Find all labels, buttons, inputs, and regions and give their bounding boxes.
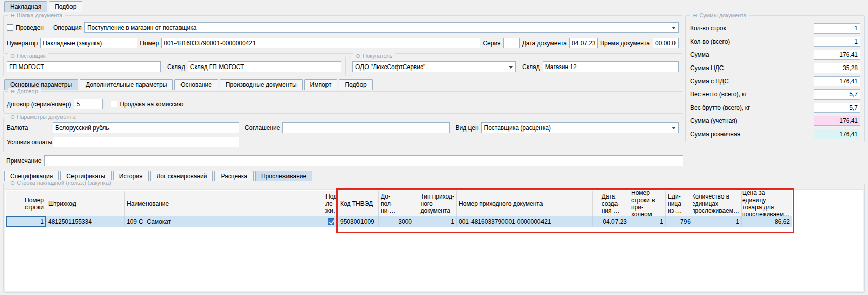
- sum-label: Кол-во (всего): [690, 38, 730, 45]
- tab-nakladnaya[interactable]: Накладная: [4, 1, 47, 12]
- col-header-income-line-number[interactable]: Номер строки в при- ходном: [629, 191, 666, 216]
- cell-qty-traceable[interactable]: 1: [693, 216, 742, 227]
- note-input[interactable]: [44, 155, 683, 166]
- collapse-icon[interactable]: [356, 53, 360, 59]
- cell-created-date[interactable]: 04.07.23: [593, 216, 629, 227]
- cell-unit[interactable]: 796: [666, 216, 693, 227]
- contract-number-input[interactable]: [74, 99, 103, 109]
- parameters-tabstrip: Основные параметры Дополнительные параме…: [4, 79, 373, 90]
- cell-barcode[interactable]: 4812501155334: [46, 216, 125, 227]
- chevron-down-icon: [672, 127, 676, 129]
- note-label: Примечание: [6, 157, 41, 165]
- contract-number-label: Договор (серия/номер): [7, 101, 71, 108]
- sum-label: Сумма (учетная): [690, 117, 737, 124]
- col-header-created-date[interactable]: Дата созда- ния …: [593, 191, 629, 216]
- conducted-label: Проведен: [16, 24, 44, 31]
- number-input[interactable]: [161, 38, 480, 48]
- document-date-input[interactable]: [569, 38, 598, 48]
- group-legend: Покупатель: [353, 53, 395, 59]
- buyer-combobox[interactable]: ОДО "ЛюксСофтСервис": [352, 61, 516, 72]
- col-header-name[interactable]: Наименование: [125, 191, 323, 216]
- document-time-input[interactable]: [653, 38, 679, 48]
- price-kind-combobox[interactable]: Поставщика (расценка): [481, 122, 679, 133]
- cell-traceable-checkbox[interactable]: [323, 216, 338, 227]
- col-header-income-doc-type[interactable]: Тип приход- ного документа: [414, 191, 457, 216]
- col-header-additional[interactable]: До- пол- ни-…: [379, 191, 414, 216]
- tab-import[interactable]: Импорт: [304, 79, 338, 90]
- tab-basis[interactable]: Основание: [174, 79, 218, 90]
- cell-income-line-number[interactable]: 1: [629, 216, 666, 227]
- agreement-input[interactable]: [282, 122, 450, 133]
- tab-podbor-2[interactable]: Подбор: [339, 79, 372, 90]
- operation-combobox[interactable]: Поступление в магазин от поставщика: [84, 22, 679, 33]
- collapse-icon[interactable]: [10, 88, 15, 95]
- tab-additional-parameters[interactable]: Дополнительные параметры: [80, 79, 173, 90]
- table-row[interactable]: 1 4812501155334 109-С Самокат 9503001009…: [6, 216, 792, 227]
- cell-line-number[interactable]: 1: [6, 216, 46, 227]
- sum-value: 5,7: [814, 103, 860, 113]
- col-header-tnved-code[interactable]: Код ТНВЭД: [338, 191, 379, 216]
- sum-label: Вес нетто (всего), кг: [690, 91, 747, 98]
- col-header-qty-traceable[interactable]: Количество в единицах прослеживаем…: [693, 191, 742, 216]
- contract-group: Договор Договор (серия/номер) Продажа на…: [3, 91, 683, 114]
- sum-row-qty-total: Кол-во (всего) 1: [690, 35, 860, 48]
- series-input[interactable]: [503, 38, 520, 48]
- collapse-icon[interactable]: [693, 12, 697, 19]
- tab-derived-documents[interactable]: Производные документы: [220, 79, 303, 90]
- sum-label: Сумма НДС: [690, 64, 724, 72]
- group-legend: Поставщик: [8, 53, 48, 59]
- collapse-icon[interactable]: [10, 53, 15, 59]
- cell-tnved-code[interactable]: 9503001009: [338, 216, 379, 227]
- col-header-traceable[interactable]: Под- ле- жи…: [323, 191, 338, 216]
- supplier-group: Поставщик Склад: [3, 56, 346, 76]
- cell-price-traceable[interactable]: 86,62: [742, 216, 792, 227]
- tab-traceability[interactable]: Прослеживание: [255, 171, 312, 181]
- col-header-income-doc-number[interactable]: Номер приходного документа: [457, 191, 593, 216]
- group-legend: Шапка документа: [8, 12, 65, 19]
- cell-income-doc-type[interactable]: 1: [414, 216, 457, 227]
- sum-value: 5,7: [814, 89, 860, 100]
- commission-label: Продажа на комиссию: [120, 101, 183, 108]
- supplier-name-input[interactable]: [7, 61, 161, 72]
- col-header-barcode[interactable]: Штрихкод: [46, 191, 125, 216]
- checked-checkbox-icon[interactable]: [328, 218, 334, 225]
- price-kind-label: Вид цен: [455, 124, 478, 132]
- note-row: Примечание: [6, 155, 683, 166]
- sum-label: Сумма с НДС: [690, 78, 729, 85]
- col-header-unit[interactable]: Еди- ница из-…: [666, 191, 693, 216]
- collapse-icon[interactable]: [10, 12, 15, 19]
- collapse-icon[interactable]: [10, 180, 15, 186]
- series-label: Серия: [483, 40, 500, 47]
- cell-additional[interactable]: 3000: [379, 216, 414, 227]
- col-header-line-number[interactable]: Номер строки: [6, 191, 46, 216]
- price-kind-value: Поставщика (расценка): [484, 124, 669, 132]
- commission-checkbox[interactable]: [111, 101, 117, 107]
- number-label: Номер: [140, 40, 159, 47]
- tab-history[interactable]: История: [113, 171, 149, 181]
- payment-terms-input[interactable]: [53, 137, 239, 147]
- conducted-checkbox[interactable]: [7, 24, 13, 31]
- sum-row-amount-with-vat: Сумма с НДС 176,41: [690, 75, 860, 88]
- col-header-price-traceable[interactable]: Цена за единицу товара для прослеживаем…: [742, 191, 792, 216]
- tab-pricing[interactable]: Расценка: [214, 171, 254, 181]
- cell-name[interactable]: 109-С Самокат: [125, 216, 323, 227]
- operation-value: Поступление в магазин от поставщика: [87, 24, 669, 31]
- sum-label: Кол-во строк: [690, 25, 726, 32]
- numerator-input[interactable]: [40, 38, 137, 48]
- group-title: Параметры документа: [17, 114, 75, 120]
- tab-podbor[interactable]: Подбор: [49, 1, 82, 12]
- sum-label: Вес брутто (всего), кг: [690, 104, 750, 111]
- sum-row-gross-weight: Вес брутто (всего), кг 5,7: [690, 101, 860, 114]
- collapse-icon[interactable]: [10, 114, 15, 120]
- sum-row-vat: Сумма НДС 35,28: [690, 61, 860, 75]
- cell-income-doc-number[interactable]: 001-4816033790001-0000000421: [457, 216, 593, 227]
- buyer-warehouse-input[interactable]: [542, 61, 679, 72]
- group-title: Поставщик: [17, 53, 45, 59]
- sum-value: 35,28: [814, 63, 860, 73]
- payment-terms-label: Условия оплаты: [7, 139, 50, 146]
- tab-scan-log[interactable]: Лог сканирований: [150, 171, 213, 181]
- supplier-warehouse-input[interactable]: [188, 61, 341, 72]
- sum-value: 176,41: [814, 116, 860, 126]
- buyer-value: ОДО "ЛюксСофтСервис": [355, 63, 506, 71]
- currency-input[interactable]: [53, 122, 239, 133]
